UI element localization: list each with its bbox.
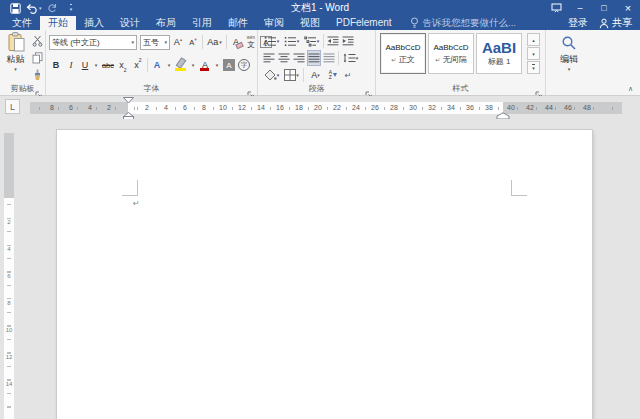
ruler-number: 4 [88,102,92,114]
maximize-button[interactable]: □ [592,0,616,16]
style-card-normal[interactable]: AaBbCcD ↵ 正文 [380,33,426,74]
down-icon: ▾ [532,51,535,57]
font-size-select[interactable]: 五号 ▾ [140,35,170,50]
show-marks-icon: ↵ [345,71,352,80]
font-name-select[interactable]: 等线 (中文正) ▾ [49,35,137,50]
highlight-button[interactable] [174,57,188,73]
separator [303,68,304,82]
sign-in-button[interactable]: 登录 [561,16,595,30]
text-effects-button[interactable]: A [150,57,164,73]
tell-me-box[interactable]: 告诉我您想要做什么... [410,16,516,30]
change-case-button[interactable]: Aa▾ [205,34,224,50]
borders-button[interactable]: ▾ [282,67,301,83]
strikethrough-button[interactable]: abc [101,57,115,73]
clipboard-dialog-launcher[interactable] [35,85,43,93]
distribute-button[interactable] [322,50,336,66]
clear-formatting-button[interactable]: A [229,34,243,50]
decrease-indent-button[interactable] [326,33,340,49]
tab-pdfelement[interactable]: PDFelement [328,16,400,30]
ruler-number: 12 [4,354,14,360]
bullets-button[interactable]: ▾ [262,33,281,49]
font-color-options-button[interactable]: ▾ [213,57,221,73]
tab-review[interactable]: 审阅 [256,16,292,30]
underline-options-button[interactable]: ▾ [92,57,100,73]
editing-button[interactable]: 编辑 ▾ [552,35,586,72]
ribbon-display-options-button[interactable] [544,0,568,16]
style-card-heading1[interactable]: AaBI 标题 1 [476,33,522,74]
superscript-button[interactable]: x2 [131,57,145,73]
align-left-button[interactable] [262,50,276,66]
chevron-down-icon: ▾ [192,62,195,68]
page[interactable]: ↵ [57,130,592,419]
document-area: 2 4 6 8 10 12 14 ↵ [0,119,640,419]
distribute-icon [323,53,335,63]
bullets-icon [264,36,277,47]
paste-label: 粘贴 [7,53,25,66]
paste-button[interactable]: 粘贴 ▾ [2,32,29,83]
shading-button[interactable]: ▾ [262,67,281,83]
separator [338,51,339,65]
first-line-indent-marker[interactable] [122,97,135,104]
enclose-characters-button[interactable]: 字 [237,57,251,73]
cut-button[interactable] [30,34,44,48]
styles-more-button[interactable]: ▾ [527,61,540,74]
shrink-font-button[interactable]: A▾ [186,34,200,50]
style-card-no-spacing[interactable]: AaBbCcD ↵ 无间隔 [428,33,474,74]
character-shading-button[interactable]: A [222,57,236,73]
tab-file[interactable]: 文件 [4,16,40,30]
separator [323,34,324,48]
tab-layout[interactable]: 布局 [148,16,184,30]
increase-indent-button[interactable] [341,33,355,49]
ruler-number: 8 [4,300,14,306]
align-center-button[interactable] [277,50,291,66]
italic-button[interactable]: I [64,57,78,73]
font-color-button[interactable]: A [198,57,212,73]
format-painter-button[interactable] [30,68,44,82]
chevron-down-icon: ▾ [277,38,280,44]
tab-design[interactable]: 设计 [112,16,148,30]
tab-home[interactable]: 开始 [40,16,76,30]
justify-button[interactable] [307,50,321,66]
chevron-down-icon: ▾ [216,62,219,68]
styles-dialog-launcher[interactable] [535,85,543,93]
tab-view[interactable]: 视图 [292,16,328,30]
align-right-icon [293,53,305,63]
sort-button[interactable]: AZ [326,67,340,83]
copy-button[interactable] [30,51,44,65]
tab-selector[interactable]: L [5,99,20,114]
line-spacing-button[interactable]: ▾ [341,50,360,66]
tab-mailings[interactable]: 邮件 [220,16,256,30]
styles-scroll-down-button[interactable]: ▾ [527,47,540,60]
tab-references[interactable]: 引用 [184,16,220,30]
numbering-button[interactable]: ▾ [282,33,301,49]
align-right-button[interactable] [292,50,306,66]
chevron-down-icon: ▾ [131,39,134,45]
ruler-number: 16 [276,102,284,114]
collapse-ribbon-button[interactable]: ∧ [628,85,633,93]
underline-button[interactable]: U [79,57,91,73]
grow-font-button[interactable]: A▴ [171,34,185,50]
ruler-number: 10 [4,327,14,333]
paragraph-dialog-launcher[interactable] [365,85,373,93]
ruler-number: 2 [145,102,149,114]
styles-group: AaBbCcD ↵ 正文 AaBbCcD ↵ 无间隔 AaBI 标题 1 ▴ ▾… [376,30,546,95]
tab-insert[interactable]: 插入 [76,16,112,30]
styles-scroll-up-button[interactable]: ▴ [527,33,540,46]
ruler-number: 44 [545,102,553,114]
ribbon: 粘贴 ▾ 剪贴板 等线 (中文正) ▾ [0,30,640,96]
phonetic-guide-button[interactable]: wén文 [244,34,258,50]
subscript-button[interactable]: x2 [116,57,130,73]
chevron-down-icon: ▾ [219,39,222,45]
sort-icon: AZ [329,70,332,80]
font-dialog-launcher[interactable] [247,85,255,93]
multilevel-list-icon [304,36,317,47]
minimize-button[interactable]: – [568,0,592,16]
share-button[interactable]: 共享 [595,16,640,30]
highlight-options-button[interactable]: ▾ [189,57,197,73]
show-marks-button[interactable]: ↵ [341,67,355,83]
text-effects-options-button[interactable]: ▾ [165,57,173,73]
bold-button[interactable]: B [49,57,63,73]
asian-layout-button[interactable]: A ▾ [306,67,325,83]
close-button[interactable]: × [616,0,640,16]
multilevel-list-button[interactable]: ▾ [302,33,321,49]
